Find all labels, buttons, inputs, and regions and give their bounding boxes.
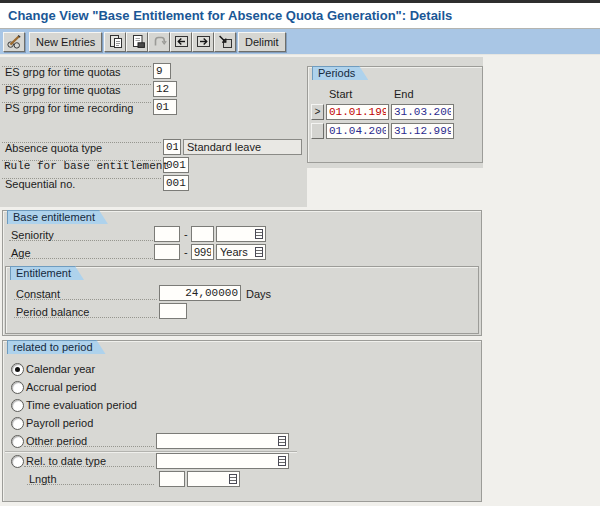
previous-entry-icon <box>174 34 189 51</box>
age-unit-value: Years <box>220 246 248 258</box>
other-period-label: Other period <box>26 435 87 447</box>
sap-change-view-window: Change View "Base Entitlement for Absenc… <box>0 0 600 506</box>
ps-grpg-time-quotas-label: PS grpg for time quotas <box>5 84 121 96</box>
period-balance-field[interactable] <box>159 303 187 319</box>
undo-change-button[interactable] <box>148 32 170 52</box>
related-to-period-group-title: related to period <box>7 340 106 354</box>
other-period-radio[interactable] <box>11 435 24 448</box>
constant-unit-label: Days <box>246 288 271 300</box>
delete-entry-button[interactable] <box>126 32 148 52</box>
time-evaluation-period-radio[interactable] <box>11 399 24 412</box>
new-entries-label: New Entries <box>36 36 95 48</box>
page-title: Change View "Base Entitlement for Absenc… <box>8 8 452 23</box>
periods-start-column-header: Start <box>329 88 352 100</box>
calendar-year-label: Calendar year <box>26 363 95 375</box>
periods-group-title: Periods <box>312 66 368 80</box>
sequential-no-label: Sequential no. <box>5 178 75 190</box>
es-grpg-time-quotas-label: ES grpg for time quotas <box>5 66 121 78</box>
other-period-combobox[interactable] <box>156 433 289 449</box>
accrual-period-label: Accrual period <box>26 381 96 393</box>
absence-quota-type-field[interactable] <box>163 139 181 155</box>
ps-grpg-time-recording-label: PS grpg for time recording <box>5 102 133 114</box>
entitlement-group-box: Entitlement Constant Days Period balance <box>5 266 479 334</box>
delete-entry-icon <box>130 34 145 51</box>
dropdown-list-icon[interactable] <box>278 436 286 446</box>
period-start-field[interactable] <box>326 123 389 139</box>
age-label: Age <box>11 247 31 259</box>
field-leader <box>2 52 151 67</box>
age-from-field[interactable] <box>154 244 180 260</box>
rel-to-date-type-radio[interactable] <box>11 455 24 468</box>
accrual-period-radio[interactable] <box>11 381 24 394</box>
related-to-period-group-box: related to period Calendar year Accrual … <box>2 340 482 502</box>
rel-to-date-type-combobox[interactable] <box>156 453 289 469</box>
field-leader <box>2 128 161 143</box>
es-grpg-time-quotas-field[interactable] <box>153 63 171 79</box>
range-dash: - <box>184 228 188 240</box>
calendar-year-radio[interactable] <box>11 363 24 376</box>
periods-group-box: Periods Start End > <box>307 66 483 163</box>
seniority-unit-combobox[interactable] <box>216 226 266 242</box>
dropdown-list-icon[interactable] <box>255 229 263 239</box>
undo-icon <box>152 34 167 51</box>
dropdown-list-icon[interactable] <box>255 247 263 257</box>
range-dash: - <box>184 246 188 258</box>
absence-quota-type-text: Standard leave <box>183 139 302 155</box>
rel-to-date-type-label: Rel. to date type <box>26 455 106 467</box>
seniority-label: Seniority <box>11 229 54 241</box>
payroll-period-radio[interactable] <box>11 417 24 430</box>
title-bar: Change View "Base Entitlement for Absenc… <box>0 3 600 29</box>
seniority-to-field[interactable] <box>191 226 214 242</box>
dropdown-list-icon[interactable] <box>229 474 237 484</box>
period-row-selector[interactable]: > <box>311 104 324 120</box>
copy-entry-icon <box>108 34 123 51</box>
seniority-from-field[interactable] <box>154 226 180 242</box>
rule-for-base-entitlement-label: Rule for base entitlement <box>4 160 169 172</box>
copy-entry-button[interactable] <box>104 32 126 52</box>
pencil-glasses-icon <box>6 34 22 51</box>
display-change-toggle-button[interactable] <box>3 32 25 52</box>
period-start-field[interactable] <box>326 104 389 120</box>
absence-quota-type-label: Absence quota type <box>5 142 102 154</box>
next-entry-icon <box>196 34 211 51</box>
next-entry-button[interactable] <box>192 32 214 52</box>
delimit-button[interactable]: Delimit <box>238 32 286 52</box>
age-unit-combobox[interactable]: Years <box>216 244 266 260</box>
delimit-label: Delimit <box>245 36 279 48</box>
time-evaluation-period-label: Time evaluation period <box>26 399 137 411</box>
period-end-field[interactable] <box>391 123 454 139</box>
lngth-unit-combobox[interactable] <box>187 471 240 487</box>
periods-end-column-header: End <box>394 88 414 100</box>
payroll-period-label: Payroll period <box>26 417 93 429</box>
lngth-field[interactable] <box>159 471 185 487</box>
lngth-label: Lngth <box>29 473 57 485</box>
constant-label: Constant <box>16 288 60 300</box>
age-to-field[interactable] <box>191 244 214 260</box>
previous-entry-button[interactable] <box>170 32 192 52</box>
sequential-no-field[interactable] <box>163 175 189 191</box>
period-end-field[interactable] <box>391 104 454 120</box>
constant-field[interactable] <box>159 285 241 301</box>
other-entry-icon <box>218 34 233 51</box>
dropdown-list-icon[interactable] <box>278 456 286 466</box>
ps-grpg-time-recording-field[interactable] <box>153 99 177 115</box>
base-entitlement-group-title: Base entitlement <box>7 210 108 224</box>
base-entitlement-group-box: Base entitlement Seniority - Age - Years… <box>2 210 482 336</box>
new-entries-button[interactable]: New Entries <box>29 32 102 52</box>
period-row-selector[interactable] <box>311 123 324 139</box>
ps-grpg-time-quotas-field[interactable] <box>153 81 177 97</box>
period-balance-label: Period balance <box>16 306 89 318</box>
entitlement-group-title: Entitlement <box>10 266 84 280</box>
field-leader <box>9 244 153 259</box>
other-entry-button[interactable] <box>214 32 236 52</box>
